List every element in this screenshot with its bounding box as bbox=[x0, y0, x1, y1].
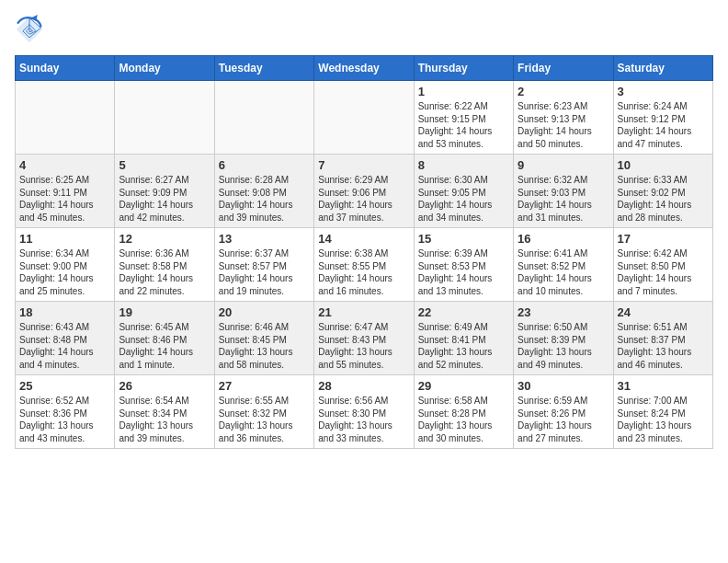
calendar-cell: 28Sunrise: 6:56 AM Sunset: 8:30 PM Dayli… bbox=[314, 375, 414, 449]
calendar-cell: 18Sunrise: 6:43 AM Sunset: 8:48 PM Dayli… bbox=[16, 302, 115, 375]
calendar-table: SundayMondayTuesdayWednesdayThursdayFrid… bbox=[15, 55, 713, 449]
calendar-cell bbox=[214, 81, 313, 155]
calendar-cell: 13Sunrise: 6:37 AM Sunset: 8:57 PM Dayli… bbox=[214, 228, 313, 302]
calendar-cell: 22Sunrise: 6:49 AM Sunset: 8:41 PM Dayli… bbox=[414, 302, 513, 375]
day-header-thursday: Thursday bbox=[414, 56, 513, 81]
day-header-saturday: Saturday bbox=[613, 56, 712, 81]
day-header-sunday: Sunday bbox=[16, 56, 115, 81]
calendar-cell: 9Sunrise: 6:32 AM Sunset: 9:03 PM Daylig… bbox=[514, 155, 613, 228]
day-info: Sunrise: 6:42 AM Sunset: 8:50 PM Dayligh… bbox=[618, 247, 709, 297]
calendar-header-row: SundayMondayTuesdayWednesdayThursdayFrid… bbox=[16, 56, 713, 81]
calendar-week-5: 25Sunrise: 6:52 AM Sunset: 8:36 PM Dayli… bbox=[16, 375, 713, 449]
day-info: Sunrise: 6:43 AM Sunset: 8:48 PM Dayligh… bbox=[19, 321, 110, 371]
logo-icon bbox=[15, 15, 44, 44]
day-number: 20 bbox=[219, 305, 310, 319]
calendar-cell: 4Sunrise: 6:25 AM Sunset: 9:11 PM Daylig… bbox=[16, 155, 115, 228]
day-number: 15 bbox=[418, 232, 509, 246]
day-number: 8 bbox=[418, 158, 509, 172]
day-number: 10 bbox=[618, 158, 709, 172]
day-info: Sunrise: 6:23 AM Sunset: 9:13 PM Dayligh… bbox=[518, 100, 609, 150]
day-header-wednesday: Wednesday bbox=[314, 56, 414, 81]
day-info: Sunrise: 6:32 AM Sunset: 9:03 PM Dayligh… bbox=[518, 174, 609, 224]
calendar-week-4: 18Sunrise: 6:43 AM Sunset: 8:48 PM Dayli… bbox=[16, 302, 713, 375]
day-info: Sunrise: 6:39 AM Sunset: 8:53 PM Dayligh… bbox=[418, 247, 509, 297]
calendar-week-1: 1Sunrise: 6:22 AM Sunset: 9:15 PM Daylig… bbox=[16, 81, 713, 155]
day-number: 1 bbox=[418, 85, 509, 98]
day-info: Sunrise: 6:22 AM Sunset: 9:15 PM Dayligh… bbox=[418, 100, 509, 150]
calendar-cell: 21Sunrise: 6:47 AM Sunset: 8:43 PM Dayli… bbox=[314, 302, 414, 375]
day-number: 27 bbox=[219, 379, 310, 393]
calendar-cell: 5Sunrise: 6:27 AM Sunset: 9:09 PM Daylig… bbox=[115, 155, 214, 228]
calendar-cell bbox=[115, 81, 214, 155]
day-info: Sunrise: 6:51 AM Sunset: 8:37 PM Dayligh… bbox=[618, 321, 709, 371]
day-number: 7 bbox=[318, 158, 409, 172]
calendar-cell: 20Sunrise: 6:46 AM Sunset: 8:45 PM Dayli… bbox=[214, 302, 313, 375]
calendar-cell: 1Sunrise: 6:22 AM Sunset: 9:15 PM Daylig… bbox=[414, 81, 513, 155]
day-info: Sunrise: 6:24 AM Sunset: 9:12 PM Dayligh… bbox=[618, 100, 709, 150]
day-number: 3 bbox=[618, 85, 709, 98]
calendar-cell bbox=[314, 81, 414, 155]
day-info: Sunrise: 6:25 AM Sunset: 9:11 PM Dayligh… bbox=[19, 174, 110, 224]
day-info: Sunrise: 6:41 AM Sunset: 8:52 PM Dayligh… bbox=[518, 247, 609, 297]
calendar-cell: 11Sunrise: 6:34 AM Sunset: 9:00 PM Dayli… bbox=[16, 228, 115, 302]
calendar-cell bbox=[16, 81, 115, 155]
day-info: Sunrise: 6:46 AM Sunset: 8:45 PM Dayligh… bbox=[219, 321, 310, 371]
day-header-friday: Friday bbox=[514, 56, 613, 81]
day-info: Sunrise: 6:38 AM Sunset: 8:55 PM Dayligh… bbox=[318, 247, 409, 297]
day-info: Sunrise: 6:36 AM Sunset: 8:58 PM Dayligh… bbox=[119, 247, 210, 297]
day-info: Sunrise: 6:29 AM Sunset: 9:06 PM Dayligh… bbox=[318, 174, 409, 224]
day-info: Sunrise: 6:54 AM Sunset: 8:34 PM Dayligh… bbox=[119, 395, 210, 444]
day-number: 13 bbox=[219, 232, 310, 246]
day-header-tuesday: Tuesday bbox=[214, 56, 313, 81]
calendar-cell: 2Sunrise: 6:23 AM Sunset: 9:13 PM Daylig… bbox=[514, 81, 613, 155]
day-number: 21 bbox=[318, 305, 409, 319]
day-info: Sunrise: 6:55 AM Sunset: 8:32 PM Dayligh… bbox=[219, 395, 310, 444]
calendar-week-3: 11Sunrise: 6:34 AM Sunset: 9:00 PM Dayli… bbox=[16, 228, 713, 302]
day-number: 31 bbox=[618, 379, 709, 393]
day-number: 24 bbox=[618, 305, 709, 319]
day-info: Sunrise: 6:33 AM Sunset: 9:02 PM Dayligh… bbox=[618, 174, 709, 224]
day-number: 25 bbox=[19, 379, 110, 393]
day-number: 5 bbox=[119, 158, 210, 172]
day-number: 12 bbox=[119, 232, 210, 246]
day-info: Sunrise: 6:52 AM Sunset: 8:36 PM Dayligh… bbox=[19, 395, 110, 444]
day-info: Sunrise: 7:00 AM Sunset: 8:24 PM Dayligh… bbox=[618, 395, 709, 444]
day-number: 19 bbox=[119, 305, 210, 319]
day-number: 17 bbox=[618, 232, 709, 246]
day-number: 11 bbox=[19, 232, 110, 246]
calendar-cell: 27Sunrise: 6:55 AM Sunset: 8:32 PM Dayli… bbox=[214, 375, 313, 449]
day-number: 22 bbox=[418, 305, 509, 319]
day-number: 23 bbox=[518, 305, 609, 319]
calendar-cell: 17Sunrise: 6:42 AM Sunset: 8:50 PM Dayli… bbox=[613, 228, 712, 302]
calendar-cell: 8Sunrise: 6:30 AM Sunset: 9:05 PM Daylig… bbox=[414, 155, 513, 228]
day-info: Sunrise: 6:37 AM Sunset: 8:57 PM Dayligh… bbox=[219, 247, 310, 297]
day-info: Sunrise: 6:27 AM Sunset: 9:09 PM Dayligh… bbox=[119, 174, 210, 224]
day-info: Sunrise: 6:47 AM Sunset: 8:43 PM Dayligh… bbox=[318, 321, 409, 371]
calendar-cell: 15Sunrise: 6:39 AM Sunset: 8:53 PM Dayli… bbox=[414, 228, 513, 302]
calendar-cell: 3Sunrise: 6:24 AM Sunset: 9:12 PM Daylig… bbox=[613, 81, 712, 155]
day-number: 30 bbox=[518, 379, 609, 393]
calendar-cell: 30Sunrise: 6:59 AM Sunset: 8:26 PM Dayli… bbox=[514, 375, 613, 449]
calendar-cell: 19Sunrise: 6:45 AM Sunset: 8:46 PM Dayli… bbox=[115, 302, 214, 375]
day-info: Sunrise: 6:50 AM Sunset: 8:39 PM Dayligh… bbox=[518, 321, 609, 371]
calendar-cell: 26Sunrise: 6:54 AM Sunset: 8:34 PM Dayli… bbox=[115, 375, 214, 449]
calendar-cell: 10Sunrise: 6:33 AM Sunset: 9:02 PM Dayli… bbox=[613, 155, 712, 228]
page-header bbox=[15, 15, 713, 44]
day-number: 26 bbox=[119, 379, 210, 393]
day-number: 2 bbox=[518, 85, 609, 98]
day-number: 4 bbox=[19, 158, 110, 172]
day-info: Sunrise: 6:30 AM Sunset: 9:05 PM Dayligh… bbox=[418, 174, 509, 224]
calendar-cell: 29Sunrise: 6:58 AM Sunset: 8:28 PM Dayli… bbox=[414, 375, 513, 449]
calendar-cell: 12Sunrise: 6:36 AM Sunset: 8:58 PM Dayli… bbox=[115, 228, 214, 302]
day-info: Sunrise: 6:56 AM Sunset: 8:30 PM Dayligh… bbox=[318, 395, 409, 444]
day-number: 18 bbox=[19, 305, 110, 319]
calendar-cell: 25Sunrise: 6:52 AM Sunset: 8:36 PM Dayli… bbox=[16, 375, 115, 449]
day-number: 29 bbox=[418, 379, 509, 393]
calendar-cell: 24Sunrise: 6:51 AM Sunset: 8:37 PM Dayli… bbox=[613, 302, 712, 375]
calendar-cell: 6Sunrise: 6:28 AM Sunset: 9:08 PM Daylig… bbox=[214, 155, 313, 228]
day-header-monday: Monday bbox=[115, 56, 214, 81]
day-info: Sunrise: 6:59 AM Sunset: 8:26 PM Dayligh… bbox=[518, 395, 609, 444]
logo bbox=[15, 15, 48, 44]
day-info: Sunrise: 6:34 AM Sunset: 9:00 PM Dayligh… bbox=[19, 247, 110, 297]
day-info: Sunrise: 6:58 AM Sunset: 8:28 PM Dayligh… bbox=[418, 395, 509, 444]
